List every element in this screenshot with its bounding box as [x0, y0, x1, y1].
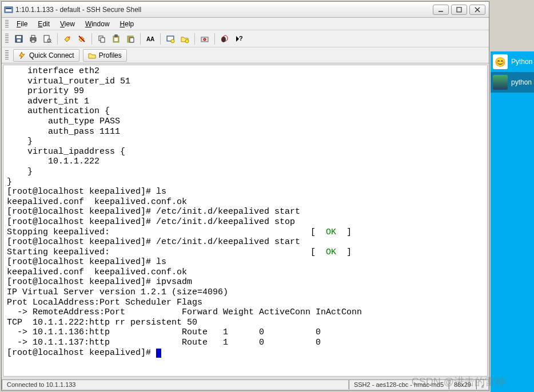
terminal-line: Stopping keepalived: [ OK ]: [7, 227, 484, 238]
menu-file[interactable]: File: [12, 19, 32, 29]
terminal-line: priority 99: [7, 86, 484, 97]
menu-window[interactable]: Window: [81, 19, 114, 29]
svg-rect-24: [130, 38, 134, 42]
terminal-line: -> 10.1.1.137:http Route 1 0 0: [7, 338, 484, 348]
resize-grip[interactable]: [476, 379, 489, 390]
taskbar-side-panel: 😊 Python python: [491, 51, 534, 392]
svg-point-16: [69, 36, 70, 38]
terminal-cursor: [156, 349, 161, 358]
svg-rect-9: [17, 39, 21, 42]
cartoon-avatar-icon: 😊: [493, 54, 508, 69]
find-icon[interactable]: AA: [144, 33, 157, 45]
profiles-button[interactable]: Profiles: [83, 49, 127, 62]
taskbar-item-2-label: python: [511, 78, 532, 86]
svg-point-30: [185, 39, 189, 43]
svg-text:A: A: [150, 36, 154, 42]
toolbar-grip[interactable]: [5, 34, 9, 44]
taskbar-item-1[interactable]: 😊 Python: [491, 51, 534, 72]
menu-grip[interactable]: [5, 20, 9, 28]
terminal-line: authentication {: [7, 106, 484, 117]
terminal-line: interface eth2: [7, 66, 484, 77]
cut-icon[interactable]: [124, 33, 137, 45]
terminal-line: 10.1.1.222: [7, 157, 484, 167]
ssh-window: 1:10.1.1.133 - default - SSH Secure Shel…: [1, 1, 489, 391]
terminal-line: [root@localhost keepalived]# /etc/init.d…: [7, 207, 484, 217]
terminal-line: -> 10.1.1.136:http Route 1 0 0: [7, 327, 484, 338]
svg-point-29: [171, 39, 174, 43]
title-bar[interactable]: 1:10.1.1.133 - default - SSH Secure Shel…: [2, 2, 489, 18]
terminal-line: auth_pass 1111: [7, 127, 484, 137]
svg-rect-12: [31, 40, 35, 42]
status-protocol: SSH2 - aes128-cbc - hmac-md5: [349, 379, 449, 390]
terminal-line: virtual_ipaddress {: [7, 147, 484, 157]
menu-help[interactable]: Help: [115, 19, 139, 29]
svg-point-33: [221, 37, 226, 42]
svg-point-32: [204, 38, 206, 41]
status-connection: Connected to 10.1.1.133: [2, 379, 349, 390]
menu-edit[interactable]: Edit: [33, 19, 54, 29]
svg-rect-19: [101, 38, 105, 42]
terminal-line: advert_int 1: [7, 97, 484, 107]
terminal-line: }: [7, 137, 484, 147]
folder-icon: [88, 51, 96, 59]
terminal-line: IP Virtual Server version 1.2.1 (size=40…: [7, 287, 484, 298]
lightning-icon: [18, 51, 26, 59]
menu-view[interactable]: View: [55, 19, 79, 29]
terminal-line: Starting keepalived: [ OK ]: [7, 247, 484, 258]
svg-rect-8: [17, 36, 21, 38]
svg-rect-22: [114, 38, 118, 41]
thumbnail-icon: [493, 75, 508, 90]
svg-text:?: ?: [239, 35, 243, 42]
quick-connect-button[interactable]: Quick Connect: [13, 49, 79, 62]
help-icon[interactable]: ?: [233, 33, 245, 45]
terminal-line: [root@localhost keepalived]# /etc/init.d…: [7, 237, 484, 247]
terminal-line: TCP 10.1.1.222:http rr persistent 50: [7, 318, 484, 328]
terminal-line: keepalived.conf keepalived.conf.ok: [7, 267, 484, 278]
maximize-button[interactable]: [451, 5, 467, 15]
terminal-output[interactable]: interface eth2 virtual_router_id 51 prio…: [3, 65, 488, 377]
log-session-icon[interactable]: [218, 33, 231, 45]
terminal-line: keepalived.conf keepalived.conf.ok: [7, 197, 484, 207]
terminal-line: virtual_router_id 51: [7, 77, 484, 87]
new-terminal-icon[interactable]: [164, 33, 177, 45]
terminal-line: [root@localhost keepalived]#: [7, 348, 484, 358]
terminal-line: }: [7, 177, 484, 187]
terminal-line: -> RemoteAddress:Port Forward Weight Act…: [7, 307, 484, 318]
taskbar-item-1-label: Python: [511, 58, 532, 66]
toolbar: AA ?: [2, 30, 489, 47]
terminal-line: Prot LocalAddress:Port Scheduler Flags: [7, 298, 484, 308]
close-button[interactable]: [469, 5, 485, 15]
quickbar-grip[interactable]: [5, 50, 9, 61]
svg-rect-2: [6, 8, 11, 9]
status-bar: Connected to 10.1.1.133 SSH2 - aes128-cb…: [2, 378, 489, 390]
save-icon[interactable]: [13, 33, 25, 45]
quick-connect-label: Quick Connect: [29, 51, 74, 59]
terminal-line: [root@localhost keepalived]# /etc/init.d…: [7, 217, 484, 227]
svg-rect-4: [457, 7, 461, 12]
menu-bar: File Edit View Window Help: [2, 18, 489, 30]
status-dimensions: 88x29: [449, 379, 476, 390]
paste-icon[interactable]: [110, 33, 122, 45]
disconnect-icon[interactable]: [75, 33, 88, 45]
terminal-line: auth_type PASS: [7, 117, 484, 127]
terminal-line: [root@localhost keepalived]# ls: [7, 257, 484, 267]
quick-bar: Quick Connect Profiles: [2, 47, 489, 63]
print-preview-icon[interactable]: [41, 33, 54, 45]
profiles-label: Profiles: [99, 51, 122, 59]
print-icon[interactable]: [27, 33, 39, 45]
connect-icon[interactable]: [61, 33, 74, 45]
settings-icon[interactable]: [198, 33, 211, 45]
terminal-line: [root@localhost keepalived]# ls: [7, 187, 484, 197]
window-title: 1:10.1.1.133 - default - SSH Secure Shel…: [15, 6, 433, 14]
copy-icon[interactable]: [95, 33, 108, 45]
svg-line-15: [50, 42, 51, 43]
minimize-button[interactable]: [433, 5, 449, 15]
svg-rect-21: [115, 35, 117, 37]
terminal-line: [root@localhost keepalived]# ipvsadm: [7, 277, 484, 287]
svg-rect-11: [31, 35, 35, 38]
taskbar-item-2[interactable]: python: [491, 72, 534, 93]
app-icon: [4, 5, 13, 14]
terminal-line: }: [7, 167, 484, 177]
new-file-transfer-icon[interactable]: [178, 33, 191, 45]
